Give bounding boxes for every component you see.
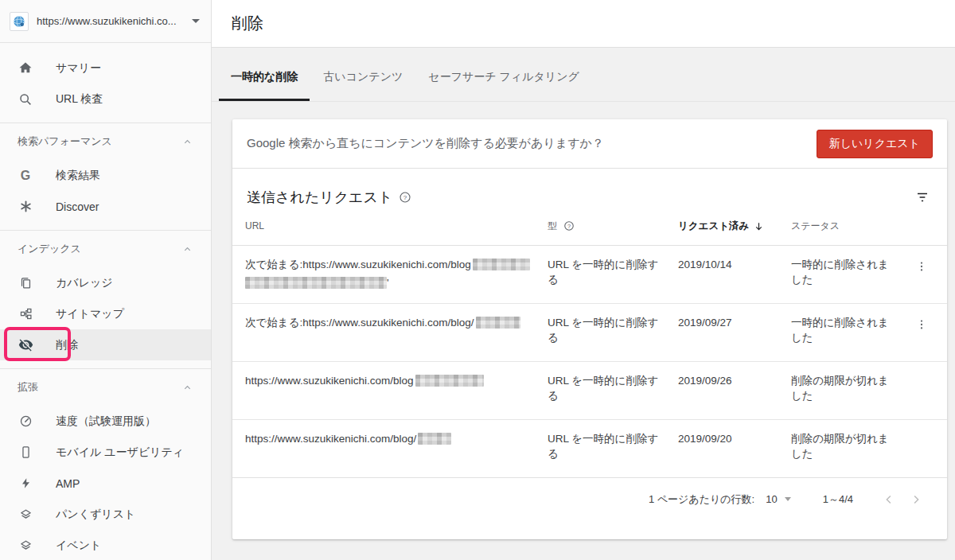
- help-icon[interactable]: ?: [399, 191, 411, 204]
- url-cell: https://www.suzukikenichi.com/blog: [245, 373, 548, 388]
- url-line-1: https://www.suzukikenichi.com/blog/: [245, 431, 532, 446]
- date-cell: 2019/09/27: [678, 315, 791, 330]
- url-redacted-block-2: [245, 277, 387, 289]
- globe-icon: [13, 15, 25, 28]
- sidebar-group-index[interactable]: インデックス: [0, 231, 211, 267]
- smartphone-icon: [18, 445, 33, 461]
- sidebar-item-removals[interactable]: 削除: [0, 329, 211, 360]
- sidebar-item-label: 検索結果: [56, 169, 100, 183]
- sidebar-item-amp[interactable]: AMP: [0, 468, 211, 499]
- pagination-bar: 1 ページあたりの行数: 10 1～4/4: [232, 478, 947, 520]
- property-url: https://www.suzukikenichi.co...: [37, 15, 185, 27]
- url-visible: https://www.suzukikenichi.com/blog/: [302, 315, 474, 330]
- column-header-url[interactable]: URL: [245, 220, 548, 231]
- sidebar-item-label: 削除: [56, 338, 78, 352]
- table-header-row: URL 型 ? リクエスト済み ステータス: [232, 207, 947, 246]
- status-cell: 削除の期限が切れました: [791, 431, 909, 461]
- table-row[interactable]: https://www.suzukikenichi.com/blog URL を…: [232, 362, 947, 420]
- url-redacted-block: [415, 375, 484, 387]
- banner-question: Google 検索から直ちにコンテンツを削除する必要がありますか？: [247, 136, 817, 151]
- property-icon-frame: [10, 12, 29, 31]
- sort-descending-arrow-icon: [754, 221, 764, 231]
- sitemap-icon: [18, 306, 33, 322]
- main-content: 削除 一時的な削除 古いコンテンツ セーフサーチ フィルタリング Google …: [212, 0, 955, 560]
- chevron-up-icon: [183, 138, 192, 146]
- table-row[interactable]: 次で始まる: https://www.suzukikenichi.com/blo…: [232, 246, 947, 304]
- new-request-button[interactable]: 新しいリクエスト: [817, 130, 933, 158]
- google-g-icon: G: [18, 168, 33, 184]
- tabbar: 一時的な削除 古いコンテンツ セーフサーチ フィルタリング: [212, 48, 955, 102]
- visibility-off-icon: [18, 337, 33, 353]
- column-header-status[interactable]: ステータス: [791, 220, 909, 233]
- url-redacted-block: [418, 433, 451, 445]
- sidebar-item-label: AMP: [56, 477, 80, 490]
- removals-card: Google 検索から直ちにコンテンツを削除する必要がありますか？ 新しいリクエ…: [232, 119, 947, 539]
- sidebar-item-label: サイトマップ: [56, 307, 124, 321]
- url-line-1: 次で始まる: https://www.suzukikenichi.com/blo…: [245, 315, 532, 330]
- sidebar-item-mobile-usability[interactable]: モバイル ユーザビリティ: [0, 437, 211, 468]
- group-title: 拡張: [18, 380, 38, 395]
- sidebar-group-enhancements[interactable]: 拡張: [0, 369, 211, 406]
- property-dropdown-caret-icon: [192, 19, 200, 23]
- column-header-type[interactable]: 型 ?: [548, 220, 678, 233]
- chevron-up-icon: [183, 245, 192, 254]
- filter-icon[interactable]: [915, 190, 930, 204]
- property-selector[interactable]: https://www.suzukikenichi.co...: [0, 0, 211, 43]
- sidebar-item-label: イベント: [56, 539, 101, 553]
- url-visible: https://www.suzukikenichi.com/blog: [302, 257, 471, 272]
- sidebar-group-search-performance[interactable]: 検索パフォーマンス: [0, 123, 211, 160]
- speed-gauge-icon: [18, 414, 33, 430]
- url-cell: 次で始まる: https://www.suzukikenichi.com/blo…: [245, 315, 548, 330]
- url-line2-suffix: ': [387, 275, 389, 290]
- sidebar-item-events[interactable]: イベント: [0, 530, 211, 560]
- type-cell: URL を一時的に削除する: [548, 257, 678, 287]
- status-cell: 削除の期限が切れました: [791, 373, 909, 403]
- table-row[interactable]: https://www.suzukikenichi.com/blog/ URL …: [232, 420, 947, 478]
- sidebar-item-url-inspection[interactable]: URL 検査: [0, 84, 211, 115]
- url-visible: https://www.suzukikenichi.com/blog: [245, 373, 414, 388]
- table-row[interactable]: 次で始まる: https://www.suzukikenichi.com/blo…: [232, 304, 947, 362]
- group-body: G 検索結果 Discover: [0, 160, 211, 230]
- tab-safesearch-filtering[interactable]: セーフサーチ フィルタリング: [416, 70, 591, 101]
- sidebar-item-sitemaps[interactable]: サイトマップ: [0, 298, 211, 329]
- column-header-requested[interactable]: リクエスト済み: [678, 220, 791, 233]
- row-menu-button[interactable]: [909, 254, 934, 279]
- coverage-pages-icon: [18, 275, 33, 291]
- pagination-range: 1～4/4: [823, 492, 853, 507]
- sidebar-item-label: モバイル ユーザビリティ: [56, 445, 184, 460]
- table-section-head: 送信されたリクエスト ?: [232, 169, 947, 207]
- sidebar-item-search-results[interactable]: G 検索結果: [0, 160, 211, 191]
- sidebar-item-speed[interactable]: 速度（試験運用版）: [0, 406, 211, 437]
- sidebar-item-label: サマリー: [56, 61, 101, 76]
- date-cell: 2019/10/14: [678, 257, 791, 272]
- sidebar-item-label: URL 検査: [56, 92, 103, 107]
- date-cell: 2019/09/26: [678, 373, 791, 388]
- sidebar-item-summary[interactable]: サマリー: [0, 52, 211, 84]
- sidebar-item-label: Discover: [56, 200, 99, 213]
- kebab-menu-icon: [915, 260, 928, 273]
- status-cell: 一時的に削除されました: [791, 257, 909, 287]
- date-cell: 2019/09/20: [678, 431, 791, 446]
- type-cell: URL を一時的に削除する: [548, 431, 678, 461]
- sidebar-item-breadcrumbs[interactable]: パンくずリスト: [0, 499, 211, 530]
- tab-temporary-removals[interactable]: 一時的な削除: [219, 70, 310, 101]
- next-page-button[interactable]: [902, 486, 930, 513]
- group-title: 検索パフォーマンス: [18, 134, 112, 149]
- sidebar-item-coverage[interactable]: カバレッジ: [0, 267, 211, 298]
- previous-page-button[interactable]: [875, 486, 902, 513]
- svg-text:?: ?: [567, 223, 571, 230]
- rows-per-page-select[interactable]: 10: [766, 493, 777, 505]
- row-menu-button[interactable]: [909, 312, 934, 337]
- url-line-2: ': [245, 275, 532, 290]
- tab-outdated-content[interactable]: 古いコンテンツ: [311, 70, 415, 101]
- home-icon: [18, 60, 33, 76]
- url-prefix: 次で始まる:: [245, 315, 302, 330]
- type-cell: URL を一時的に削除する: [548, 315, 678, 345]
- search-console-window: https://www.suzukikenichi.co... サマリー URL…: [0, 0, 955, 560]
- search-icon: [18, 91, 33, 107]
- rows-per-page-caret-icon[interactable]: [785, 497, 791, 501]
- url-prefix: 次で始まる:: [245, 257, 302, 272]
- sidebar-item-discover[interactable]: Discover: [0, 191, 211, 222]
- svg-text:?: ?: [403, 194, 407, 201]
- sidebar-top-section: サマリー URL 検査: [0, 43, 211, 122]
